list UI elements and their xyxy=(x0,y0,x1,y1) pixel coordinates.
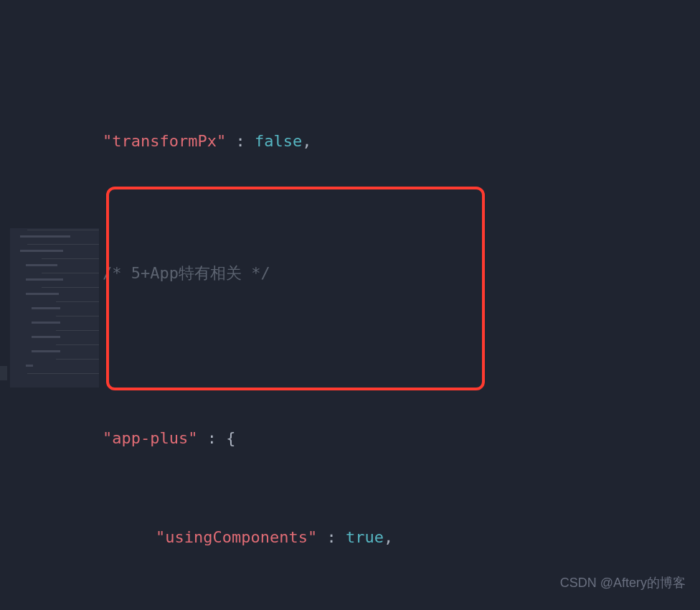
json-bool: false xyxy=(255,132,302,150)
code-editor[interactable]: "transformPx" : false, /* 5+App特有相关 */ "… xyxy=(0,0,700,610)
json-key: "transformPx" xyxy=(103,132,226,150)
code-line: "transformPx" : false, xyxy=(0,92,700,125)
json-comment: /* 5+App特有相关 */ xyxy=(103,264,270,282)
json-key: "app-plus" xyxy=(103,429,197,447)
gutter-marker xyxy=(0,366,7,380)
json-key: "usingComponents" xyxy=(156,528,317,546)
code-line: /* 5+App特有相关 */ xyxy=(0,224,700,257)
watermark-text: CSDN @Aftery的博客 xyxy=(560,566,686,599)
code-line: "app-plus" : { xyxy=(0,356,700,389)
json-bool: true xyxy=(346,528,384,546)
code-line: "usingComponents" : true, xyxy=(0,488,700,521)
